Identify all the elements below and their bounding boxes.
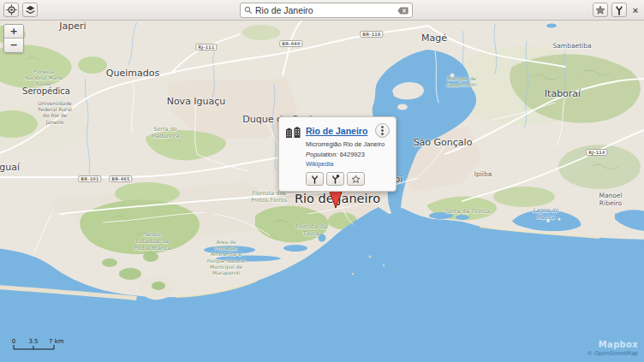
add-stop-button[interactable]: [326, 172, 344, 186]
zoom-out-button[interactable]: −: [4, 39, 23, 52]
favorite-button[interactable]: [347, 172, 365, 186]
search-icon: [244, 6, 253, 15]
star-outline-icon: [351, 175, 361, 184]
osm-copyright-link[interactable]: © OpenStreetMap: [587, 350, 638, 357]
zoom-control: + −: [3, 24, 24, 53]
layers-icon: [25, 4, 36, 15]
popup-title-link[interactable]: Rio de Janeiro: [306, 126, 367, 136]
mapbox-logo[interactable]: Mapbox: [587, 340, 638, 349]
road-badge: BR-040: [279, 40, 302, 47]
route-icon: [614, 5, 624, 15]
road-badge: RJ-114: [586, 149, 607, 156]
directions-button[interactable]: [306, 172, 324, 186]
popup-population: Population: 6429923: [306, 151, 390, 158]
route-icon: [310, 175, 319, 184]
route-button[interactable]: [611, 3, 627, 17]
layers-button[interactable]: [22, 3, 38, 17]
current-location-button[interactable]: [3, 3, 19, 17]
wikipedia-link[interactable]: Wikipedia: [306, 160, 390, 168]
favorites-button[interactable]: [593, 3, 608, 17]
crosshair-icon: [6, 4, 17, 15]
gnome-maps-window: ×: [0, 0, 644, 362]
kebab-menu-icon: [381, 126, 384, 135]
window-close-button[interactable]: ×: [630, 5, 641, 15]
zoom-in-button[interactable]: +: [4, 25, 23, 39]
header-right-group: ×: [593, 3, 641, 17]
map-attribution: Mapbox © OpenStreetMap: [587, 340, 638, 357]
population-value: 6429923: [340, 151, 365, 158]
popup-subtitle: Microrregião Rio de Janeiro: [306, 140, 390, 148]
population-label: Population:: [306, 151, 338, 158]
map-view[interactable]: BR-116 BR-040 RJ-111 BR-101 BR-465 RJ-11…: [0, 21, 644, 362]
popup-menu-button[interactable]: [375, 123, 390, 138]
place-popup: Rio de Janeiro Microrregião Rio: [278, 116, 397, 192]
edit-pencil-icon[interactable]: [371, 127, 372, 134]
road-badge: BR-101: [78, 175, 101, 182]
city-icon: [285, 123, 306, 141]
road-badge: BR-116: [360, 31, 383, 38]
road-badge: BR-465: [109, 175, 132, 182]
route-add-icon: [331, 175, 340, 184]
road-badge: RJ-111: [195, 44, 217, 50]
search-field[interactable]: [253, 5, 397, 15]
header-bar: ×: [0, 0, 644, 21]
star-icon: [595, 5, 605, 15]
search-input[interactable]: [240, 3, 413, 18]
clear-search-icon[interactable]: [397, 7, 408, 15]
